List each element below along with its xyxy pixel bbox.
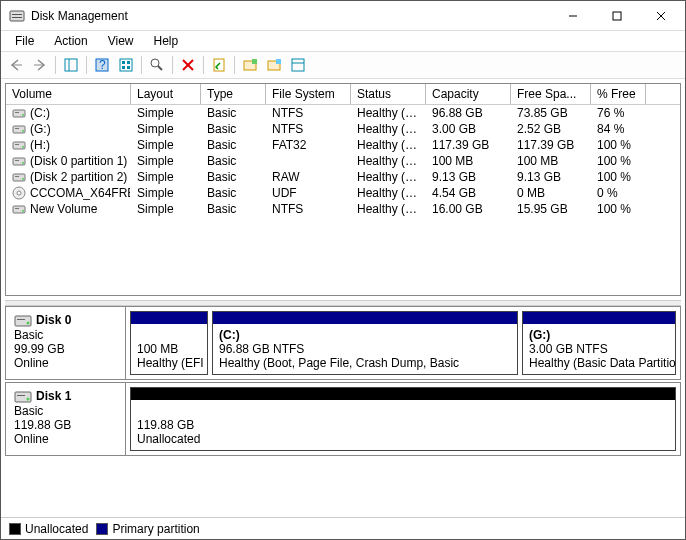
volume-pct: 100 % [591, 201, 646, 217]
disk-row[interactable]: Disk 1Basic119.88 GBOnline 119.88 GBUnal… [5, 382, 681, 456]
close-button[interactable] [639, 2, 683, 30]
volume-name: New Volume [30, 202, 97, 216]
partition-size: 3.00 GB NTFS [529, 342, 669, 356]
svg-point-43 [17, 191, 21, 195]
svg-rect-24 [276, 59, 281, 64]
volume-row[interactable]: (Disk 0 partition 1)SimpleBasicHealthy (… [6, 153, 680, 169]
delete-button[interactable] [177, 54, 199, 76]
partition-status: Healthy (Boot, Page File, Crash Dump, Ba… [219, 356, 511, 370]
volume-fs [266, 153, 351, 169]
partition[interactable]: 100 MBHealthy (EFI Sys [130, 311, 208, 375]
svg-rect-40 [15, 176, 19, 177]
action-button-2[interactable] [263, 54, 285, 76]
back-button[interactable] [5, 54, 27, 76]
disk-label[interactable]: Disk 0Basic99.99 GBOnline [6, 307, 126, 379]
refresh-button[interactable] [146, 54, 168, 76]
partition-size: 119.88 GB [137, 418, 669, 432]
volume-fs: RAW [266, 169, 351, 185]
volume-fs: UDF [266, 185, 351, 201]
volume-name: (Disk 0 partition 1) [30, 154, 127, 168]
menu-help[interactable]: Help [146, 32, 187, 50]
volume-free: 9.13 GB [511, 169, 591, 185]
volume-capacity: 16.00 GB [426, 201, 511, 217]
svg-rect-25 [292, 59, 304, 71]
maximize-button[interactable] [595, 2, 639, 30]
drive-icon [12, 186, 26, 200]
svg-rect-48 [17, 319, 25, 320]
partition-title: (G:) [529, 328, 550, 342]
menu-file[interactable]: File [7, 32, 42, 50]
partition-title: (C:) [219, 328, 240, 342]
partition[interactable]: (G:)3.00 GB NTFSHealthy (Basic Data Part… [522, 311, 676, 375]
volume-status: Healthy (B... [351, 105, 426, 121]
minimize-button[interactable] [551, 2, 595, 30]
svg-point-35 [22, 146, 24, 148]
volume-capacity: 3.00 GB [426, 121, 511, 137]
col-filesystem[interactable]: File System [266, 84, 351, 104]
volume-row[interactable]: (C:)SimpleBasicNTFSHealthy (B...96.88 GB… [6, 105, 680, 121]
window-title: Disk Management [31, 9, 551, 23]
svg-rect-12 [122, 61, 125, 64]
volume-pct: 0 % [591, 185, 646, 201]
svg-rect-7 [65, 59, 77, 71]
settings-button[interactable] [115, 54, 137, 76]
volume-pct: 100 % [591, 169, 646, 185]
volume-row[interactable]: (H:)SimpleBasicFAT32Healthy (B...117.39 … [6, 137, 680, 153]
volume-row[interactable]: CCCOMA_X64FRE...SimpleBasicUDFHealthy (P… [6, 185, 680, 201]
svg-rect-22 [252, 59, 257, 64]
show-hide-console-tree-button[interactable] [60, 54, 82, 76]
menu-view[interactable]: View [100, 32, 142, 50]
disk-label[interactable]: Disk 1Basic119.88 GBOnline [6, 383, 126, 455]
menu-bar: File Action View Help [1, 31, 685, 51]
partition-status: Healthy (EFI Sys [137, 356, 201, 370]
col-freespace[interactable]: Free Spa... [511, 84, 591, 104]
col-status[interactable]: Status [351, 84, 426, 104]
volume-row[interactable]: (G:)SimpleBasicNTFSHealthy (B...3.00 GB2… [6, 121, 680, 137]
volume-pct: 76 % [591, 105, 646, 121]
volume-type: Basic [201, 153, 266, 169]
properties-button[interactable] [208, 54, 230, 76]
partition-size: 100 MB [137, 342, 201, 356]
volume-layout: Simple [131, 137, 201, 153]
action-button-1[interactable] [239, 54, 261, 76]
partition-bar [131, 312, 207, 324]
col-type[interactable]: Type [201, 84, 266, 104]
col-capacity[interactable]: Capacity [426, 84, 511, 104]
volume-pct: 84 % [591, 121, 646, 137]
volume-free: 73.85 GB [511, 105, 591, 121]
help-button[interactable]: ? [91, 54, 113, 76]
action-button-3[interactable] [287, 54, 309, 76]
partition[interactable]: 119.88 GBUnallocated [130, 387, 676, 451]
partition[interactable]: (C:)96.88 GB NTFSHealthy (Boot, Page Fil… [212, 311, 518, 375]
disk-type: Basic [14, 328, 117, 342]
volume-free: 0 MB [511, 185, 591, 201]
title-bar: Disk Management [1, 1, 685, 31]
volume-fs: NTFS [266, 121, 351, 137]
volume-row[interactable]: New VolumeSimpleBasicNTFSHealthy (P...16… [6, 201, 680, 217]
disk-row[interactable]: Disk 0Basic99.99 GBOnline 100 MBHealthy … [5, 306, 681, 380]
volume-row[interactable]: (Disk 2 partition 2)SimpleBasicRAWHealth… [6, 169, 680, 185]
svg-rect-4 [613, 12, 621, 20]
volume-layout: Simple [131, 105, 201, 121]
svg-rect-11 [120, 59, 132, 71]
col-volume[interactable]: Volume [6, 84, 131, 104]
volume-capacity: 117.39 GB [426, 137, 511, 153]
volume-layout: Simple [131, 185, 201, 201]
svg-rect-50 [15, 392, 31, 402]
volume-name: (C:) [30, 106, 50, 120]
volume-type: Basic [201, 121, 266, 137]
col-layout[interactable]: Layout [131, 84, 201, 104]
svg-point-41 [22, 178, 24, 180]
volume-free: 100 MB [511, 153, 591, 169]
volume-name: (G:) [30, 122, 51, 136]
volume-name: (Disk 2 partition 2) [30, 170, 127, 184]
col-pctfree[interactable]: % Free [591, 84, 646, 104]
disk-name: Disk 0 [36, 313, 71, 327]
disk-size: 119.88 GB [14, 418, 117, 432]
menu-action[interactable]: Action [46, 32, 95, 50]
volume-capacity: 4.54 GB [426, 185, 511, 201]
disk-map: Disk 0Basic99.99 GBOnline 100 MBHealthy … [5, 306, 681, 517]
forward-button[interactable] [29, 54, 51, 76]
svg-rect-13 [127, 61, 130, 64]
volume-fs: NTFS [266, 105, 351, 121]
